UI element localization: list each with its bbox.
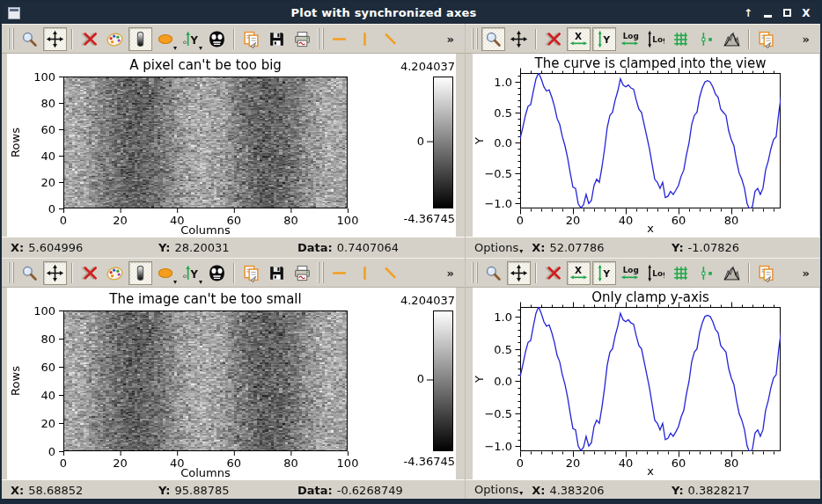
pan-button[interactable] [43, 261, 67, 285]
toolbar-overflow-chevron[interactable]: » [803, 33, 810, 46]
toolbar-separator [233, 29, 235, 49]
svg-text:Log: Log [623, 265, 639, 274]
delete-button[interactable] [541, 261, 565, 285]
mask-button[interactable] [205, 27, 229, 51]
logy-icon: Log [646, 264, 664, 282]
delete-button[interactable] [541, 27, 565, 51]
ellipse-button[interactable]: ▾ [154, 27, 178, 51]
pan-button[interactable] [507, 261, 531, 285]
toolbar-separator [748, 263, 750, 283]
histogram-button[interactable] [720, 261, 744, 285]
zoom-icon [20, 264, 39, 282]
toolbar-overflow-chevron[interactable]: » [447, 267, 454, 280]
options-button[interactable]: Options▾ [474, 483, 523, 497]
toolbar-drag-handle[interactable] [472, 262, 478, 283]
logx-icon: Log [620, 264, 639, 282]
xrange-button[interactable]: X [567, 261, 591, 285]
maximize-icon [783, 9, 791, 17]
curve-plot-canvas-bottom-right[interactable] [473, 288, 819, 479]
options-button[interactable]: Options▾ [474, 241, 523, 255]
status-x: X:52.07786 [532, 241, 672, 254]
ellipse-button[interactable]: ▾ [154, 261, 178, 285]
copy-button[interactable] [754, 261, 778, 285]
toolbar-drag-handle[interactable] [472, 28, 478, 49]
mask-icon [208, 30, 226, 48]
image-plot-canvas-top-left[interactable] [7, 54, 456, 237]
pan-icon [46, 30, 64, 48]
axes-button[interactable]: oY▾ [180, 261, 203, 285]
window-menu-icon[interactable] [8, 7, 20, 19]
vline-button[interactable] [353, 27, 377, 51]
delete-button[interactable] [77, 27, 101, 51]
toolbar-overflow-chevron[interactable]: » [447, 33, 454, 46]
grid-button[interactable] [669, 261, 693, 285]
toolbar-separator [535, 29, 537, 49]
status-y: Y:0.3828217 [672, 484, 811, 497]
shade-button[interactable]: ↑ [741, 6, 755, 20]
toolbar-bottom-left: ▾oY▾» [2, 258, 465, 288]
logx-button[interactable]: Log [618, 27, 642, 51]
pan-button[interactable] [507, 27, 531, 51]
logx-button[interactable]: Log [618, 261, 642, 285]
yrange-button[interactable]: Y [592, 261, 616, 285]
toolbar-drag-handle[interactable] [318, 262, 324, 283]
contrast-button[interactable] [128, 261, 152, 285]
oline-button[interactable] [378, 27, 402, 51]
histogram-icon [723, 264, 741, 282]
hline-button[interactable] [327, 261, 351, 285]
svg-text:Y: Y [189, 268, 198, 281]
palette-button[interactable] [103, 27, 127, 51]
zoom-button[interactable] [481, 261, 505, 285]
grid-icon [672, 264, 690, 282]
image-plot-canvas-bottom-left[interactable] [7, 288, 456, 479]
contrast-icon [131, 264, 150, 282]
contrast-icon [131, 30, 150, 48]
maximize-button[interactable] [780, 6, 794, 20]
toolbar-drag-handle[interactable] [318, 28, 324, 49]
copy-button[interactable] [239, 261, 263, 285]
window-title: Plot with synchronized axes [26, 6, 741, 19]
pan-button[interactable] [43, 27, 67, 51]
delete-icon [544, 264, 562, 282]
mask-button[interactable] [205, 261, 229, 285]
yrange-button[interactable]: Y [592, 27, 616, 51]
oline-icon [381, 264, 400, 282]
contrast-button[interactable] [128, 27, 152, 51]
curve-plot-canvas-top-right[interactable] [473, 54, 819, 237]
toolbar-drag-handle[interactable] [8, 262, 14, 283]
vline-button[interactable] [353, 261, 377, 285]
hline-icon [330, 30, 349, 48]
save-button[interactable] [265, 261, 289, 285]
toolbar-drag-handle[interactable] [8, 28, 14, 49]
copy-button[interactable] [239, 27, 263, 51]
zoom-button[interactable] [18, 261, 41, 285]
axes-button[interactable]: oY▾ [180, 27, 203, 51]
close-button[interactable]: X [799, 6, 813, 20]
toolbar-overflow-chevron[interactable]: » [803, 267, 810, 280]
save-button[interactable] [265, 27, 289, 51]
cursor-button[interactable] [694, 27, 718, 51]
histogram-button[interactable] [720, 27, 744, 51]
plot-area-bottom-right [466, 288, 820, 479]
print-button[interactable] [290, 261, 314, 285]
delete-button[interactable] [77, 261, 101, 285]
grid-button[interactable] [669, 27, 693, 51]
oline-button[interactable] [378, 261, 402, 285]
panel-bottom-left: ▾oY▾» X:58.68852Y:95.88785Data:-0.626874… [2, 258, 465, 500]
copy-icon [242, 30, 261, 48]
dropdown-caret-icon: ▾ [199, 279, 202, 286]
zoom-button[interactable] [481, 27, 505, 51]
print-button[interactable] [290, 27, 314, 51]
logy-button[interactable]: Log [643, 261, 667, 285]
cursor-icon [697, 264, 716, 282]
logy-button[interactable]: Log [643, 27, 667, 51]
xrange-button[interactable]: X [567, 27, 591, 51]
save-icon [268, 30, 286, 48]
cursor-button[interactable] [694, 261, 718, 285]
zoom-button[interactable] [18, 27, 41, 51]
copy-button[interactable] [754, 27, 778, 51]
minimize-button[interactable] [760, 6, 774, 20]
hline-button[interactable] [327, 27, 351, 51]
palette-button[interactable] [103, 261, 127, 285]
panel-bottom-right: XYLogLog» Options▾X:4.383206Y:0.3828217 [465, 258, 820, 500]
